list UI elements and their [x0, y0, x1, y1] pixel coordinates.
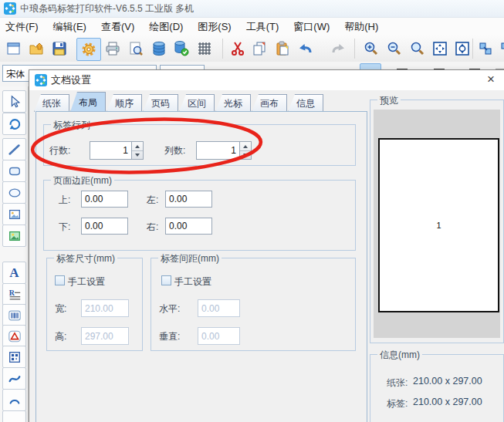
tab-range[interactable]: 区间 — [179, 94, 215, 112]
image-icon — [8, 208, 22, 221]
margins-group-title: 页面边距(mm) — [51, 174, 114, 187]
fit-window-icon — [431, 40, 448, 57]
copy-button[interactable] — [249, 39, 269, 59]
paper-size-value: 210.00 x 297.00 — [413, 376, 482, 387]
menu-draw[interactable]: 绘图(D) — [147, 19, 185, 35]
fit-window-button[interactable] — [430, 39, 450, 59]
group-objects-icon — [477, 40, 494, 57]
dialog-titlebar: 文档设置 × — [29, 70, 504, 90]
tab-order[interactable]: 顺序 — [107, 94, 142, 112]
barcode-tool-button[interactable] — [2, 304, 26, 326]
margin-left-input[interactable] — [165, 191, 212, 208]
save-button[interactable] — [49, 39, 69, 59]
menu-graphics[interactable]: 图形(S) — [195, 19, 233, 35]
rows-label: 行数: — [49, 144, 70, 157]
cut-button[interactable] — [228, 39, 248, 59]
document-setup-button[interactable] — [76, 38, 101, 61]
app-logo-icon — [4, 2, 16, 15]
height-input[interactable] — [81, 327, 129, 345]
info-group-title: 信息(mm) — [377, 349, 422, 362]
label-size-manual-label: 手工设置 — [68, 275, 105, 289]
picture-tool-button[interactable] — [2, 225, 26, 247]
label-size-manual-checkbox[interactable] — [55, 275, 65, 285]
print-preview-button[interactable] — [126, 39, 146, 59]
menu-window[interactable]: 窗口(W) — [291, 19, 332, 35]
rich-text-tool-button[interactable]: R — [2, 283, 26, 306]
margin-bottom-input[interactable] — [81, 218, 128, 235]
group-objects-button[interactable] — [475, 39, 496, 59]
margin-top-input[interactable] — [81, 191, 128, 208]
zoom-in-button[interactable] — [361, 39, 381, 59]
rows-input[interactable] — [90, 141, 132, 160]
select-tool-button[interactable] — [2, 90, 26, 113]
cols-spinner[interactable] — [240, 141, 252, 160]
print-button[interactable] — [103, 39, 123, 59]
picture-icon — [8, 229, 22, 243]
zoom-button[interactable] — [408, 39, 428, 59]
rotate-icon — [8, 117, 22, 131]
tab-layout[interactable]: 布局 — [70, 92, 106, 112]
tab-page-number[interactable]: 页码 — [143, 94, 178, 112]
rows-spinner[interactable] — [132, 141, 144, 160]
margin-right-input[interactable] — [165, 218, 212, 235]
vertical-gap-label: 垂直: — [159, 330, 180, 343]
spin-down-icon[interactable] — [132, 150, 143, 159]
new-document-button[interactable] — [4, 39, 24, 59]
tab-paper[interactable]: 纸张 — [34, 94, 69, 112]
label-gap-manual-checkbox[interactable] — [161, 275, 171, 285]
menu-file[interactable]: 文件(F) — [3, 19, 41, 35]
undo-icon — [297, 40, 314, 57]
tab-info[interactable]: 信息 — [288, 94, 323, 112]
ungroup-objects-button[interactable] — [499, 39, 504, 59]
paste-button[interactable] — [272, 39, 293, 59]
spin-down-icon[interactable] — [240, 150, 251, 159]
label-size-group-title: 标签尺寸(mm) — [54, 252, 117, 265]
zoom-out-icon — [386, 40, 403, 57]
tab-cursor[interactable]: 光标 — [215, 94, 251, 112]
cols-input[interactable] — [196, 141, 240, 160]
redo-button[interactable] — [328, 39, 348, 59]
text-tool-button[interactable]: A — [2, 262, 26, 284]
grid-button[interactable] — [194, 39, 215, 59]
qrcode-tool-button[interactable] — [2, 346, 26, 368]
toolbar-separator — [354, 39, 355, 59]
database-button[interactable] — [149, 39, 169, 59]
curve-tool-button[interactable] — [2, 367, 26, 390]
line-tool-button[interactable] — [2, 138, 26, 160]
rowcol-group-title: 标签行列 — [51, 119, 93, 132]
horizontal-gap-input[interactable] — [198, 299, 240, 317]
width-input[interactable] — [81, 299, 129, 317]
menu-help[interactable]: 帮助(H) — [342, 19, 381, 35]
label-gap-group-title: 标签间距(mm) — [158, 252, 222, 265]
ellipse-tool-button[interactable] — [2, 181, 26, 204]
database-check-icon — [173, 40, 190, 57]
label-gap-group: 标签间距(mm) — [151, 258, 356, 351]
preview-group-title: 预览 — [377, 94, 401, 107]
undo-button[interactable] — [296, 39, 316, 59]
toolbar-separator — [222, 39, 223, 59]
label-size-info-label: 标签: — [387, 397, 408, 410]
vertical-gap-input[interactable] — [198, 327, 240, 345]
menu-edit[interactable]: 编辑(E) — [51, 19, 89, 35]
main-toolbar — [0, 35, 504, 62]
rounded-rect-tool-button[interactable] — [2, 160, 26, 182]
redo-icon — [330, 40, 347, 57]
arc-icon — [8, 393, 22, 407]
zoom-icon — [409, 40, 426, 57]
horizontal-gap-label: 水平: — [159, 302, 180, 316]
tab-canvas[interactable]: 画布 — [252, 94, 287, 112]
open-button[interactable] — [27, 39, 47, 59]
menu-view[interactable]: 查看(V) — [99, 19, 137, 35]
fit-selection-button[interactable] — [452, 39, 472, 59]
dialog-close-button[interactable]: × — [483, 72, 499, 87]
extra-tool-button[interactable] — [2, 410, 26, 422]
rotate-tool-button[interactable] — [2, 113, 26, 135]
database-import-button[interactable] — [171, 39, 191, 59]
zoom-out-button[interactable] — [384, 39, 404, 59]
menu-tools[interactable]: 工具(T) — [244, 19, 282, 35]
image-tool-button[interactable] — [2, 203, 26, 225]
cols-label: 列数: — [164, 144, 185, 157]
shape-tool-button[interactable] — [2, 325, 26, 347]
dialog-title: 文档设置 — [51, 73, 91, 87]
arc-tool-button[interactable] — [2, 389, 26, 411]
